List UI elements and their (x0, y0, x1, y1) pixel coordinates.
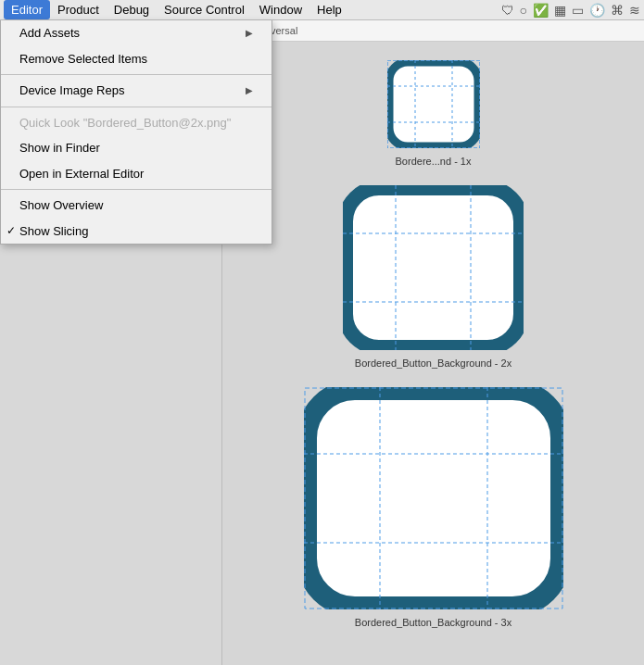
menubar-status-icons: 🛡 ○ ✅ ▦ ▭ 🕐 ⌘ ≋ (501, 3, 640, 18)
rounded-rect-svg-2x (343, 185, 524, 350)
asset-label-1x: Bordere...nd - 1x (396, 156, 472, 167)
editor-dropdown-menu: Add Assets ▶ Remove Selected Items Devic… (0, 20, 272, 245)
menu-help[interactable]: Help (309, 0, 349, 19)
menu-remove-selected[interactable]: Remove Selected Items (1, 46, 271, 72)
menu-quick-look: Quick Look "Bordered_Button@2x.png" (1, 110, 271, 136)
wifi-icon: ≋ (629, 3, 640, 18)
menu-source-control[interactable]: Source Control (157, 0, 252, 19)
menu-window[interactable]: Window (252, 0, 309, 19)
menu-product[interactable]: Product (50, 0, 107, 19)
separator-2 (1, 107, 271, 107)
asset-image-1x (387, 60, 480, 148)
menu-show-overview[interactable]: Show Overview (1, 193, 271, 219)
menu-show-in-finder[interactable]: Show in Finder (1, 135, 271, 161)
menu-editor[interactable]: Editor (4, 0, 50, 19)
submenu-arrow-add-assets: ▶ (246, 26, 253, 40)
menu-show-slicing[interactable]: Show Slicing (1, 219, 271, 245)
barcode-icon: ▦ (554, 3, 566, 18)
separator-3 (1, 189, 271, 190)
asset-label-3x: Bordered_Button_Background - 3x (355, 617, 511, 628)
menu-open-external[interactable]: Open in External Editor (1, 161, 271, 187)
rounded-rect-svg-3x (304, 387, 563, 609)
submenu-arrow-device-reps: ▶ (246, 83, 253, 97)
menu-debug[interactable]: Debug (107, 0, 157, 19)
bluetooth-icon: ⌘ (611, 3, 624, 18)
svg-rect-7 (346, 188, 521, 347)
separator-1 (1, 74, 271, 75)
asset-card-1x: Bordere...nd - 1x (387, 60, 480, 167)
svg-rect-0 (389, 62, 478, 146)
menu-device-image-reps[interactable]: Device Image Reps ▶ (1, 78, 271, 104)
circle-icon: ○ (520, 3, 527, 18)
shield-icon: 🛡 (501, 3, 514, 18)
square-icon: ▭ (572, 3, 584, 18)
asset-canvas: Bordere...nd - 1x Bordered_Button_Backgr… (222, 42, 644, 665)
asset-image-2x (343, 185, 524, 350)
svg-rect-13 (307, 390, 561, 607)
menu-add-assets[interactable]: Add Assets ▶ (1, 20, 271, 46)
asset-card-3x: Bordered_Button_Background - 3x (304, 387, 563, 628)
checkmark-icon: ✅ (533, 3, 549, 18)
rounded-rect-svg-1x (387, 60, 480, 148)
asset-card-2x: Bordered_Button_Background - 2x (343, 185, 524, 369)
asset-label-2x: Bordered_Button_Background - 2x (355, 358, 511, 369)
menubar: Editor Product Debug Source Control Wind… (0, 0, 644, 20)
clock-icon: 🕐 (589, 3, 605, 18)
asset-image-3x (304, 387, 563, 609)
